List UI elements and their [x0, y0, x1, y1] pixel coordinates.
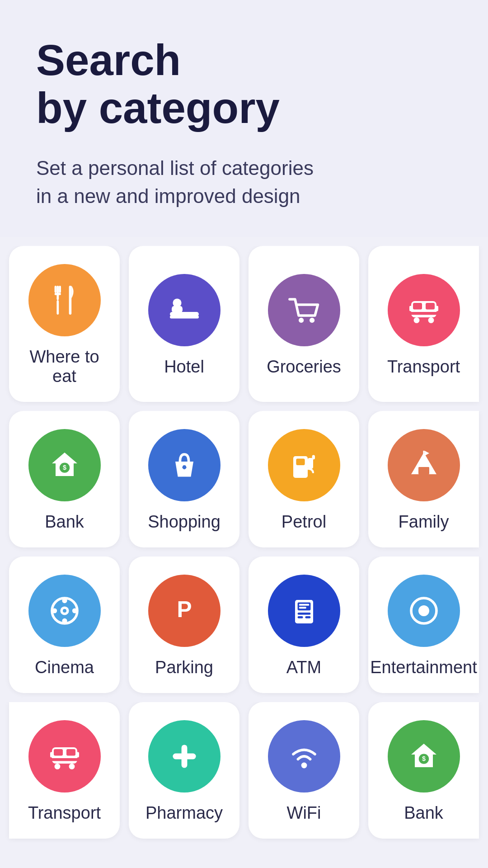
svg-rect-48 — [66, 749, 75, 755]
cinema-icon — [28, 575, 101, 647]
category-row-2: $ Bank Shopping — [0, 411, 488, 557]
wifi-label: WiFi — [287, 803, 321, 823]
category-atm[interactable]: ATM — [249, 557, 359, 693]
category-petrol[interactable]: Petrol — [249, 411, 359, 547]
category-cinema[interactable]: Cinema — [9, 557, 120, 693]
category-where-to-eat[interactable]: Where to eat — [9, 246, 120, 402]
family-label: Family — [399, 512, 449, 532]
svg-rect-27 — [418, 467, 429, 474]
atm-icon — [268, 575, 340, 647]
hotel-label: Hotel — [164, 357, 204, 377]
svg-rect-55 — [173, 754, 196, 760]
page-subtitle: Set a personal list of categories in a n… — [36, 154, 452, 210]
category-entertainment[interactable]: Entertainment — [368, 557, 479, 693]
svg-point-11 — [310, 318, 314, 323]
svg-rect-39 — [297, 613, 310, 615]
petrol-label: Petrol — [282, 512, 326, 532]
family-icon — [388, 429, 460, 501]
atm-label: ATM — [286, 658, 321, 677]
svg-point-34 — [72, 609, 77, 613]
wifi-icon — [268, 720, 340, 793]
category-parking[interactable]: P Parking — [129, 557, 239, 693]
svg-rect-53 — [75, 752, 79, 758]
category-row-4: Transport Pharmacy — [0, 702, 488, 848]
pharmacy-label: Pharmacy — [145, 803, 223, 823]
pharmacy-icon — [148, 720, 221, 793]
svg-rect-41 — [305, 616, 310, 618]
svg-rect-15 — [411, 312, 436, 315]
category-family[interactable]: Family — [368, 411, 479, 547]
categories-grid: Where to eat Hotel — [0, 237, 488, 857]
category-shopping[interactable]: Shopping — [129, 411, 239, 547]
svg-rect-26 — [312, 455, 314, 460]
transport-label: Transport — [387, 357, 460, 377]
svg-text:$: $ — [62, 464, 66, 472]
svg-point-35 — [63, 609, 66, 613]
svg-rect-1 — [54, 286, 56, 293]
shopping-icon — [148, 429, 221, 501]
svg-rect-43 — [299, 607, 306, 609]
where-to-eat-label: Where to eat — [18, 347, 111, 386]
parking-label: Parking — [155, 658, 213, 677]
svg-rect-52 — [50, 752, 54, 758]
svg-point-33 — [52, 609, 57, 613]
svg-rect-3 — [54, 293, 61, 295]
svg-rect-28 — [423, 451, 424, 455]
where-to-eat-icon — [28, 264, 101, 336]
category-transport2[interactable]: Transport — [9, 702, 120, 839]
page-title: Search by category — [36, 36, 452, 132]
shopping-label: Shopping — [148, 512, 221, 532]
transport-icon — [388, 274, 460, 346]
svg-rect-4 — [56, 300, 59, 315]
svg-rect-7 — [170, 316, 199, 318]
svg-rect-47 — [54, 749, 63, 755]
svg-rect-5 — [69, 286, 71, 315]
petrol-icon — [268, 429, 340, 501]
category-row-3: Cinema P Parking — [0, 557, 488, 702]
svg-point-51 — [69, 764, 75, 769]
svg-rect-2 — [59, 286, 61, 293]
svg-rect-24 — [296, 459, 305, 465]
category-transport[interactable]: Transport — [368, 246, 479, 402]
bank-label: Bank — [45, 512, 84, 532]
svg-point-31 — [62, 598, 67, 603]
svg-rect-25 — [308, 458, 313, 469]
cinema-label: Cinema — [35, 658, 94, 677]
entertainment-label: Entertainment — [370, 658, 477, 677]
category-groceries[interactable]: Groceries — [249, 246, 359, 402]
svg-rect-49 — [52, 758, 77, 761]
category-pharmacy[interactable]: Pharmacy — [129, 702, 239, 839]
category-hotel[interactable]: Hotel — [129, 246, 239, 402]
transport2-icon — [28, 720, 101, 793]
svg-rect-42 — [299, 604, 309, 606]
header: Search by category Set a personal list o… — [0, 0, 488, 237]
svg-text:P: P — [177, 597, 192, 623]
category-row-1: Where to eat Hotel — [0, 246, 488, 411]
parking-icon: P — [148, 575, 221, 647]
svg-rect-13 — [413, 303, 422, 309]
svg-point-50 — [54, 764, 60, 769]
bank2-icon: $ — [388, 720, 460, 793]
bank-icon: $ — [28, 429, 101, 501]
hotel-icon — [148, 274, 221, 346]
svg-point-32 — [62, 618, 67, 623]
svg-point-45 — [418, 605, 429, 616]
svg-point-10 — [299, 318, 304, 323]
svg-text:$: $ — [422, 755, 425, 763]
svg-rect-14 — [426, 303, 435, 309]
category-wifi[interactable]: WiFi — [249, 702, 359, 839]
svg-point-17 — [428, 317, 434, 323]
svg-rect-18 — [409, 306, 413, 311]
entertainment-icon — [388, 575, 460, 647]
groceries-label: Groceries — [267, 357, 341, 377]
bank2-label: Bank — [404, 803, 443, 823]
svg-point-9 — [173, 298, 181, 307]
svg-rect-19 — [435, 306, 438, 311]
transport2-label: Transport — [28, 803, 101, 823]
svg-point-16 — [413, 317, 419, 323]
category-bank2[interactable]: $ Bank — [368, 702, 479, 839]
category-bank[interactable]: $ Bank — [9, 411, 120, 547]
svg-rect-40 — [297, 616, 303, 618]
groceries-icon — [268, 274, 340, 346]
svg-rect-38 — [297, 603, 310, 611]
